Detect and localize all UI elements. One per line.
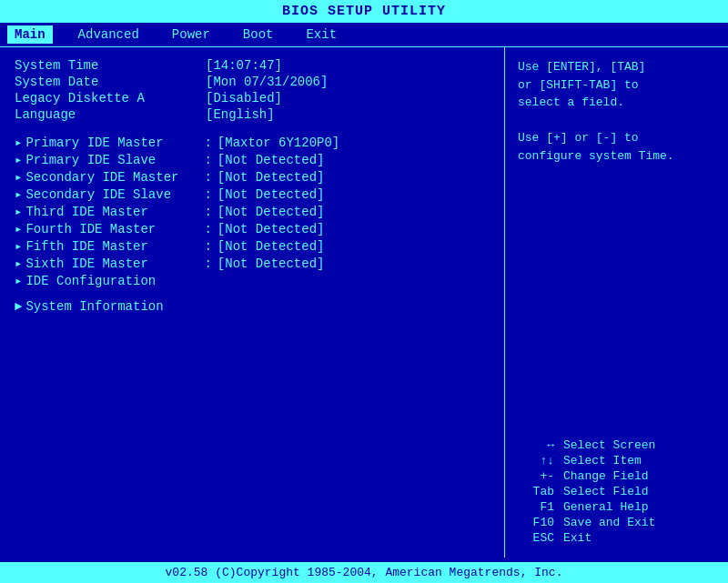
ide-colon-5: : <box>204 222 211 236</box>
shortcut-desc-1: Select Item <box>563 454 642 467</box>
shortcut-desc-0: Select Screen <box>563 438 655 452</box>
app-title: BIOS SETUP UTILITY <box>282 4 446 19</box>
nav-item-advanced[interactable]: Advanced <box>71 25 147 44</box>
nav-item-exit[interactable]: Exit <box>298 25 344 44</box>
title-bar: BIOS SETUP UTILITY <box>0 0 728 23</box>
ide-row-8: ▸IDE Configuration <box>15 273 490 288</box>
system-info-row: ► System Information <box>15 299 490 314</box>
ide-value-4: [Not Detected] <box>217 205 325 219</box>
ide-value-0: [Maxtor 6Y120P0] <box>217 136 339 150</box>
ide-colon-2: : <box>204 170 211 185</box>
ide-row-3: ▸Secondary IDE Slave:[Not Detected] <box>15 186 490 202</box>
system-info-arrow: ► <box>15 299 22 314</box>
ide-label-3[interactable]: Secondary IDE Slave <box>25 187 204 202</box>
shortcut-key-3: Tab <box>518 485 554 498</box>
ide-arrow-1: ▸ <box>15 152 22 167</box>
ide-row-4: ▸Third IDE Master:[Not Detected] <box>15 204 490 219</box>
ide-arrow-2: ▸ <box>15 169 22 185</box>
ide-label-8[interactable]: IDE Configuration <box>25 274 204 288</box>
ide-label-0[interactable]: Primary IDE Master <box>25 136 204 150</box>
shortcut-key-5: F10 <box>518 516 554 529</box>
language-label: Language <box>15 107 206 122</box>
system-date-row: System Date [Mon 07/31/2006] <box>15 75 490 89</box>
ide-colon-0: : <box>204 136 211 150</box>
ide-colon-4: : <box>204 205 211 219</box>
ide-value-2: [Not Detected] <box>217 170 325 185</box>
help-line3: select a field. <box>518 94 715 112</box>
ide-arrow-4: ▸ <box>15 204 22 219</box>
shortcut-key-4: F1 <box>518 500 554 514</box>
ide-arrow-7: ▸ <box>15 256 22 271</box>
right-panel: Use [ENTER], [TAB] or [SHIFT-TAB] to sel… <box>505 47 728 558</box>
shortcut-key-6: ESC <box>518 531 554 545</box>
nav-item-power[interactable]: Power <box>165 25 217 44</box>
ide-row-0: ▸Primary IDE Master:[Maxtor 6Y120P0] <box>15 135 490 150</box>
system-time-value[interactable]: [14:07:47] <box>206 58 282 73</box>
ide-value-3: [Not Detected] <box>217 187 325 202</box>
shortcut-row-2: +-Change Field <box>518 469 715 483</box>
ide-value-1: [Not Detected] <box>217 153 325 167</box>
shortcuts-section: ↔Select Screen↑↓Select Item+-Change Fiel… <box>518 431 715 547</box>
help-line6: configure system Time. <box>518 147 715 166</box>
shortcut-desc-2: Change Field <box>563 469 649 483</box>
footer: v02.58 (C)Copyright 1985-2004, American … <box>0 562 728 583</box>
nav-bar: MainAdvancedPowerBootExit <box>0 23 728 47</box>
shortcut-desc-6: Exit <box>563 531 592 545</box>
help-text-block: Use [ENTER], [TAB] or [SHIFT-TAB] to sel… <box>518 58 715 165</box>
ide-row-6: ▸Fifth IDE Master:[Not Detected] <box>15 238 490 254</box>
ide-label-7[interactable]: Sixth IDE Master <box>25 256 204 271</box>
ide-value-6: [Not Detected] <box>217 239 325 254</box>
ide-arrow-6: ▸ <box>15 238 22 254</box>
ide-value-7: [Not Detected] <box>217 256 325 271</box>
system-info-label[interactable]: System Information <box>25 299 204 314</box>
shortcut-row-3: TabSelect Field <box>518 485 715 498</box>
ide-colon-1: : <box>204 153 211 167</box>
ide-arrow-0: ▸ <box>15 135 22 150</box>
ide-row-2: ▸Secondary IDE Master:[Not Detected] <box>15 169 490 185</box>
shortcut-row-5: F10Save and Exit <box>518 516 715 529</box>
legacy-diskette-value[interactable]: [Disabled] <box>206 91 282 106</box>
system-date-value[interactable]: [Mon 07/31/2006] <box>206 75 328 89</box>
ide-label-5[interactable]: Fourth IDE Master <box>25 222 204 236</box>
ide-label-2[interactable]: Secondary IDE Master <box>25 170 204 185</box>
nav-item-main[interactable]: Main <box>7 25 53 44</box>
shortcut-desc-4: General Help <box>563 500 649 514</box>
system-time-row: System Time [14:07:47] <box>15 58 490 73</box>
shortcut-row-4: F1General Help <box>518 500 715 514</box>
system-time-label: System Time <box>15 58 206 73</box>
legacy-diskette-row: Legacy Diskette A [Disabled] <box>15 91 490 106</box>
content-area: System Time [14:07:47] System Date [Mon … <box>0 47 728 558</box>
left-panel: System Time [14:07:47] System Date [Mon … <box>0 47 505 558</box>
help-line1: Use [ENTER], [TAB] <box>518 58 715 76</box>
shortcut-row-0: ↔Select Screen <box>518 438 715 452</box>
legacy-diskette-label: Legacy Diskette A <box>15 91 206 106</box>
help-line2: or [SHIFT-TAB] to <box>518 76 715 95</box>
ide-label-6[interactable]: Fifth IDE Master <box>25 239 204 254</box>
ide-label-4[interactable]: Third IDE Master <box>25 205 204 219</box>
ide-value-5: [Not Detected] <box>217 222 325 236</box>
ide-arrow-8: ▸ <box>15 273 22 288</box>
ide-label-1[interactable]: Primary IDE Slave <box>25 153 204 167</box>
shortcut-key-0: ↔ <box>518 438 554 452</box>
ide-colon-7: : <box>204 256 211 271</box>
shortcut-desc-3: Select Field <box>563 485 649 498</box>
shortcut-key-2: +- <box>518 469 554 483</box>
footer-text: v02.58 (C)Copyright 1985-2004, American … <box>166 566 563 579</box>
shortcut-desc-5: Save and Exit <box>563 516 655 529</box>
system-date-label: System Date <box>15 75 206 89</box>
nav-item-boot[interactable]: Boot <box>236 25 281 44</box>
ide-row-1: ▸Primary IDE Slave:[Not Detected] <box>15 152 490 167</box>
language-row: Language [English] <box>15 107 490 122</box>
help-line5: Use [+] or [-] to <box>518 129 715 147</box>
shortcut-key-1: ↑↓ <box>518 454 554 467</box>
ide-colon-6: : <box>204 239 211 254</box>
ide-list: ▸Primary IDE Master:[Maxtor 6Y120P0]▸Pri… <box>15 135 490 288</box>
shortcut-row-1: ↑↓Select Item <box>518 454 715 467</box>
ide-arrow-3: ▸ <box>15 186 22 202</box>
ide-row-5: ▸Fourth IDE Master:[Not Detected] <box>15 221 490 236</box>
ide-arrow-5: ▸ <box>15 221 22 236</box>
language-value[interactable]: [English] <box>206 107 275 122</box>
shortcut-row-6: ESCExit <box>518 531 715 545</box>
ide-colon-3: : <box>204 187 211 202</box>
ide-row-7: ▸Sixth IDE Master:[Not Detected] <box>15 256 490 271</box>
